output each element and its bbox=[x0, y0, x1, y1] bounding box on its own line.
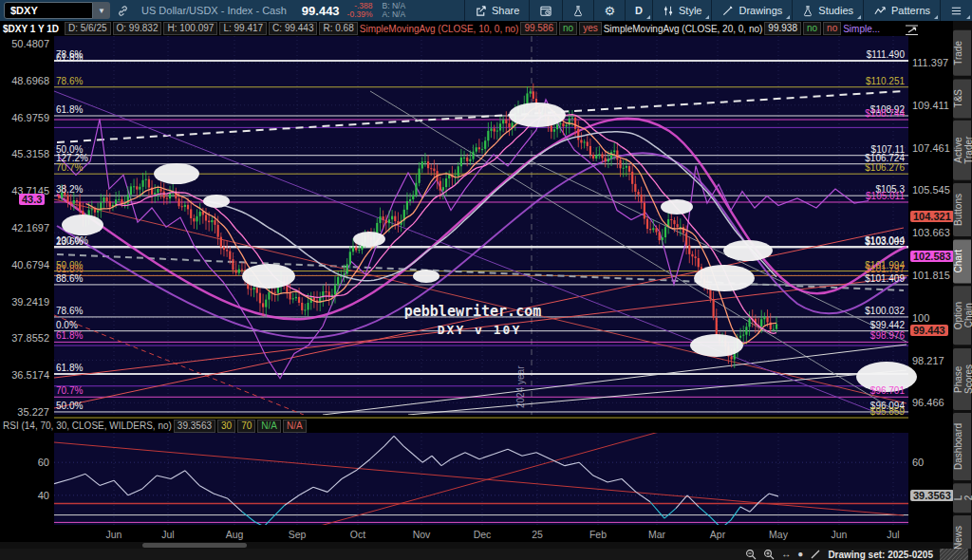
drawing-ellipse[interactable] bbox=[154, 163, 199, 184]
pan-horizontal-icon[interactable]: ↔ bbox=[781, 550, 791, 559]
maximize-chart-icon[interactable] bbox=[904, 23, 921, 41]
sma20-study-label[interactable]: SimpleMovingAvg (CLOSE, 20, 0, no) bbox=[604, 24, 763, 34]
fib-label: 61.8% bbox=[56, 52, 83, 63]
sidebar-tab-phase-scores[interactable]: Phase Scores bbox=[953, 348, 971, 410]
price-level-label: $108.744 bbox=[865, 108, 905, 119]
time-axis-label: Dec bbox=[474, 529, 492, 540]
calendar-clock-icon bbox=[539, 5, 552, 17]
drawing-ellipse[interactable] bbox=[353, 232, 385, 247]
rsi-study-label[interactable]: RSI (14, 70, 30, CLOSE, WILDERS, no) bbox=[3, 420, 172, 431]
patterns-button[interactable]: Patterns bbox=[863, 0, 940, 21]
field-low: L: 99.417 bbox=[219, 22, 267, 35]
sma20-flag1: no bbox=[803, 22, 821, 35]
field-date: D: 5/6/25 bbox=[65, 22, 111, 35]
drawing-ellipse[interactable] bbox=[203, 195, 230, 208]
field-high: H: 100.097 bbox=[163, 22, 217, 35]
sma20-flag2: no bbox=[823, 22, 841, 35]
drawing-ellipse[interactable] bbox=[413, 270, 439, 283]
price-level-label: $99.442 bbox=[870, 320, 906, 330]
studies-flask-icon bbox=[802, 5, 813, 17]
patterns-wave-icon bbox=[873, 5, 887, 17]
sma10-study-label[interactable]: SimpleMovingAvg (CLOSE, 10, 0, no) bbox=[360, 24, 519, 34]
link-icon[interactable] bbox=[110, 0, 136, 21]
rsi-pane[interactable] bbox=[0, 433, 953, 526]
horizontal-scrollbar[interactable] bbox=[0, 542, 953, 549]
chart-header: $DXY 1 Y 1D D: 5/6/25 O: 99.832 H: 100.0… bbox=[0, 21, 953, 36]
drawings-pencil-icon bbox=[721, 5, 734, 17]
fib-label: 88.6% bbox=[56, 273, 83, 284]
year-divider-label: 2024 year bbox=[515, 365, 526, 408]
studies-button[interactable]: Studies bbox=[792, 0, 863, 21]
time-axis-label: Mar bbox=[648, 529, 665, 540]
time-axis-label: Apr bbox=[710, 529, 725, 540]
zoom-out-icon[interactable] bbox=[745, 549, 757, 560]
price-change: -.388-0.39% bbox=[347, 2, 373, 19]
top-toolbar: $DXY ▼ US Dollar/USDX - Index - Cash 99.… bbox=[0, 0, 972, 21]
time-axis-label: Jun bbox=[832, 529, 848, 540]
timeframe-button[interactable]: D bbox=[625, 0, 652, 21]
fib-label: 61.8% bbox=[56, 104, 83, 115]
fib-label: 61.8% bbox=[56, 330, 83, 341]
drawing-ellipse[interactable] bbox=[694, 265, 755, 291]
drawing-ellipse[interactable] bbox=[661, 199, 693, 215]
time-axis-label: Jul bbox=[887, 529, 899, 540]
sma10-flag1: no bbox=[559, 22, 577, 35]
price-level-label: $95.859 bbox=[870, 406, 906, 417]
price-level-label: $103.009 bbox=[865, 236, 905, 247]
settings-button[interactable]: ⚙ bbox=[593, 0, 625, 21]
sma10-value: 99.586 bbox=[520, 22, 557, 35]
auto-scale-icon[interactable]: ● bbox=[797, 550, 803, 559]
sidebar-tab-chart[interactable]: Chart bbox=[953, 239, 971, 283]
chart-menu-button[interactable] bbox=[940, 0, 972, 21]
time-axis-label: Feb bbox=[589, 529, 607, 540]
rsi-na1: N/A bbox=[257, 420, 281, 433]
sidebar-tab-trade[interactable]: Trade bbox=[953, 30, 971, 76]
sidebar-tab-l2[interactable]: L 2 bbox=[953, 483, 971, 513]
time-axis-label: May bbox=[769, 529, 788, 540]
resize-grip[interactable] bbox=[940, 549, 968, 560]
sidebar-tab-option-chain[interactable]: Option Chain bbox=[953, 286, 971, 345]
time-axis-label: Aug bbox=[226, 529, 244, 540]
symbol-selector[interactable]: $DXY ▼ bbox=[4, 2, 110, 19]
status-bar: ↔ ● Drawing set: 2025-0205 bbox=[0, 549, 972, 560]
symbol-dropdown-button[interactable]: ▼ bbox=[93, 2, 110, 19]
share-button[interactable]: Share bbox=[464, 0, 529, 21]
price-level-label: $101.409 bbox=[865, 273, 905, 284]
sidebar-tab-time-and-sales[interactable]: T&S bbox=[953, 79, 971, 118]
price-level-label: $106.724 bbox=[865, 153, 905, 163]
drawing-tool-icon[interactable] bbox=[810, 549, 821, 560]
drawing-ellipse[interactable] bbox=[62, 215, 103, 235]
time-axis-label: Jun bbox=[106, 529, 122, 540]
more-studies-label[interactable]: Simple... bbox=[843, 24, 880, 34]
style-button[interactable]: Style bbox=[652, 0, 711, 21]
drawing-ellipse[interactable] bbox=[509, 103, 566, 127]
price-level-label: $111.490 bbox=[867, 49, 906, 60]
onDemand-button[interactable] bbox=[529, 0, 562, 21]
fib-label: 78.6% bbox=[56, 76, 83, 86]
time-axis-label: 25 bbox=[532, 529, 543, 540]
drawings-button[interactable]: Drawings bbox=[711, 0, 792, 21]
quick-study-button[interactable] bbox=[562, 0, 593, 21]
price-level-label: $96.701 bbox=[870, 385, 906, 396]
sidebar-tab-buttons[interactable]: Buttons bbox=[953, 183, 971, 236]
fib-label: 61.8% bbox=[56, 363, 83, 373]
main-plot-bg bbox=[54, 36, 908, 415]
right-tabstrip: Trade T&S Active Trader Buttons Chart Op… bbox=[953, 21, 972, 560]
drawing-ellipse[interactable] bbox=[242, 264, 295, 289]
main-chart-pane[interactable]: 2024 year$111.49078.6%61.8%$110.25178.6%… bbox=[0, 36, 953, 419]
scrollbar-thumb[interactable] bbox=[142, 543, 247, 548]
sidebar-tab-active-trader[interactable]: Active Trader bbox=[953, 121, 971, 180]
symbol-input[interactable]: $DXY bbox=[4, 2, 93, 19]
drawing-ellipse[interactable] bbox=[690, 334, 743, 357]
sidebar-tab-dashboard[interactable]: Dashboard bbox=[953, 413, 971, 480]
rsi-value: 39.3563 bbox=[174, 420, 215, 433]
price-level-label: $110.251 bbox=[866, 76, 905, 86]
chart-title: $DXY 1 Y 1D bbox=[3, 24, 59, 34]
price-level-label: $106.276 bbox=[865, 162, 905, 173]
price-level-label: $98.976 bbox=[870, 330, 906, 341]
price-level-label: $100.032 bbox=[865, 306, 905, 316]
fib-label: 127.2% bbox=[56, 153, 88, 163]
zoom-in-icon[interactable] bbox=[763, 549, 775, 560]
last-price: 99.443 bbox=[302, 4, 340, 18]
drawing-ellipse[interactable] bbox=[723, 240, 773, 261]
